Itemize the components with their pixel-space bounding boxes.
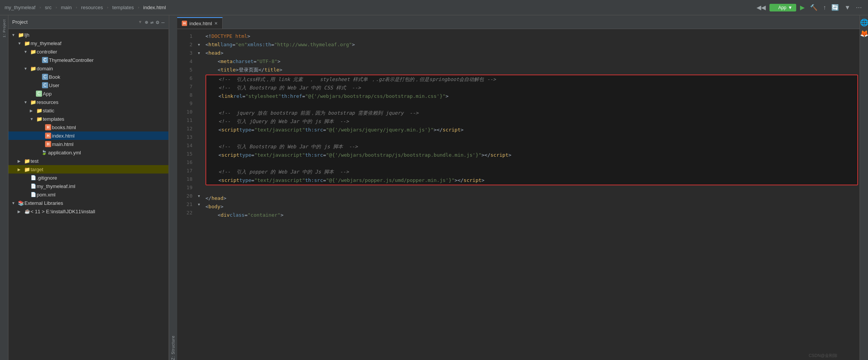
- folder-icon-templates: 📁: [36, 116, 43, 122]
- refresh-icon[interactable]: 🔄: [830, 3, 841, 12]
- tree-item-ThymeleafController[interactable]: C ThymeleafController: [8, 56, 168, 64]
- panel-dropdown-arrow[interactable]: ▼: [139, 19, 142, 24]
- fold-3[interactable]: ▼: [196, 49, 202, 57]
- code-line-12: <script type="text/javascript" th:src="@…: [206, 126, 857, 134]
- html-icon-books: H: [45, 124, 51, 130]
- tree-item-target[interactable]: ▶ 📁 target: [8, 165, 168, 174]
- main-layout: 1: Project Project ▼ ⊕ ⇌ ⚙ — ▼ 📁 ljh: [0, 15, 868, 360]
- tree-item-Book[interactable]: C Book: [8, 73, 168, 81]
- scope-icon[interactable]: ⊕: [145, 19, 148, 25]
- tree-item-App[interactable]: C App: [8, 89, 168, 98]
- project-strip-label[interactable]: 1: Project: [2, 19, 6, 37]
- fold-15: [196, 150, 202, 158]
- code-line-8: <link rel="stylesheet" th:href="@{'/webj…: [206, 92, 857, 101]
- code-line-19: [205, 186, 860, 194]
- tree-item-yaml[interactable]: 🍃 application.yml: [8, 148, 168, 157]
- project-breadcrumb[interactable]: my_thymeleaf: [5, 5, 36, 10]
- fold-18: [196, 175, 202, 183]
- tree-item-resources[interactable]: ▼ 📁 resources: [8, 98, 168, 106]
- tree-item-jdk[interactable]: ▶ ☕ < 11 > E:\install\JDK11\install: [8, 207, 168, 216]
- tree-item-index[interactable]: H index.html: [8, 131, 168, 140]
- tree-item-git[interactable]: 📄 .gitignore: [8, 174, 168, 182]
- tree-label-target: target: [31, 167, 165, 172]
- tree-label-templates: templates: [43, 116, 165, 122]
- tree-item-User[interactable]: C User: [8, 81, 168, 89]
- tree-label-pom: pom.xml: [37, 192, 165, 198]
- editor-area: H index.html ✕ 12345 678910 1112131415 1…: [177, 15, 860, 360]
- update-icon[interactable]: ↑: [821, 3, 828, 12]
- fold-2[interactable]: ▼: [196, 41, 202, 49]
- tree-item-ext-libs[interactable]: ▼ 📚 External Libraries: [8, 199, 168, 207]
- templates-breadcrumb[interactable]: templates: [112, 5, 134, 10]
- tree-arrow-resources: ▼: [24, 100, 30, 104]
- tree-label-test: test: [31, 158, 165, 164]
- right-sidebar: 🌐 🦊: [860, 15, 868, 360]
- tree-item-static[interactable]: ▶ 📁 static: [8, 106, 168, 115]
- file-breadcrumb[interactable]: index.html: [143, 5, 166, 10]
- editor-tab-index[interactable]: H index.html ✕: [177, 17, 223, 29]
- folder-icon-my: 📁: [24, 41, 31, 46]
- folder-icon-test: 📁: [24, 158, 31, 164]
- folder-icon-ljh: 📁: [18, 32, 24, 38]
- code-line-18: <script type="text/javascript" th:src="@…: [206, 176, 857, 185]
- code-line-20: </head>: [205, 194, 860, 203]
- tab-close-icon[interactable]: ✕: [214, 21, 218, 26]
- html-icon-index: H: [45, 133, 51, 139]
- hide-icon[interactable]: —: [162, 19, 165, 25]
- tree-arrow-target: ▶: [18, 167, 24, 172]
- structure-strip[interactable]: Z: Structure: [169, 15, 177, 360]
- main-breadcrumb[interactable]: main: [61, 5, 72, 10]
- class-icon-tc: C: [42, 57, 48, 63]
- tree-item-iml[interactable]: 📄 my_thymeleaf.iml: [8, 182, 168, 190]
- code-line-3: <head>: [205, 49, 860, 57]
- folder-icon-static: 📁: [36, 108, 43, 114]
- tree-arrow-jdk: ▶: [18, 209, 24, 214]
- class-icon-user: C: [42, 82, 48, 88]
- tree-label-books: books.html: [52, 125, 165, 130]
- tree-item-books[interactable]: H books.html: [8, 123, 168, 131]
- tree-arrow-extlibs: ▼: [11, 201, 18, 205]
- code-editor: 12345 678910 1112131415 1617181920 2122 …: [177, 29, 860, 360]
- tree-item-templates[interactable]: ▼ 📁 templates: [8, 115, 168, 123]
- extra-icon[interactable]: ⋯: [854, 3, 863, 12]
- build-icon[interactable]: 🔨: [808, 3, 819, 12]
- tree-item-controller[interactable]: ▼ 📁 controller: [8, 47, 168, 56]
- structure-label: Z: Structure: [171, 336, 175, 360]
- code-line-10: <!-- jquery 放在 bootstrap 前面，因为 bootstrap…: [206, 109, 857, 117]
- fold-6: [196, 74, 202, 83]
- tree-arrow-ljh: ▼: [11, 33, 18, 37]
- top-bar: my_thymeleaf › src › main › resources › …: [0, 0, 868, 15]
- settings-icon[interactable]: ⚙: [156, 19, 159, 25]
- code-line-4: <meta charset="UTF-8">: [205, 57, 860, 66]
- tree-label-jdk: < 11 > E:\install\JDK11\install: [31, 209, 165, 214]
- fold-14: [196, 141, 202, 150]
- tree-item-ljh[interactable]: ▼ 📁 ljh: [8, 31, 168, 39]
- code-content[interactable]: <!DOCTYPE html> <html lang="en" xmlns:th…: [202, 29, 860, 360]
- fold-8: [196, 91, 202, 99]
- src-breadcrumb[interactable]: src: [45, 5, 52, 10]
- tree-item-pom[interactable]: 📄 pom.xml: [8, 190, 168, 199]
- run-dropdown-arrow: ▼: [788, 5, 792, 10]
- more-icon[interactable]: ▼: [843, 3, 852, 12]
- fold-11: [196, 116, 202, 125]
- tree-label-book: Book: [49, 74, 165, 80]
- firefox-icon[interactable]: 🦊: [860, 29, 868, 37]
- project-strip: 1: Project: [0, 15, 8, 360]
- resources-breadcrumb[interactable]: resources: [81, 5, 103, 10]
- tree-item-my_thymeleaf[interactable]: ▼ 📁 my_thymeleaf: [8, 39, 168, 47]
- nav-back-icon[interactable]: ◀◀: [755, 3, 767, 12]
- tree-item-domain[interactable]: ▼ 📁 domain: [8, 64, 168, 73]
- tree-item-test[interactable]: ▶ 📁 test: [8, 157, 168, 165]
- run-green-icon[interactable]: ▶: [798, 3, 806, 12]
- tree-item-main[interactable]: H main.html: [8, 140, 168, 148]
- chrome-icon[interactable]: 🌐: [860, 18, 868, 26]
- fold-10: [196, 108, 202, 116]
- run-button[interactable]: ▶ App ▼: [769, 4, 796, 11]
- code-line-16: [206, 159, 857, 168]
- tree-label-resources: resources: [37, 99, 165, 105]
- fold-21[interactable]: ▼: [196, 200, 202, 209]
- fold-20[interactable]: ▼: [196, 192, 202, 200]
- collapse-all-icon[interactable]: ⇌: [150, 19, 154, 25]
- fold-13: [196, 133, 202, 141]
- fold-12: [196, 125, 202, 133]
